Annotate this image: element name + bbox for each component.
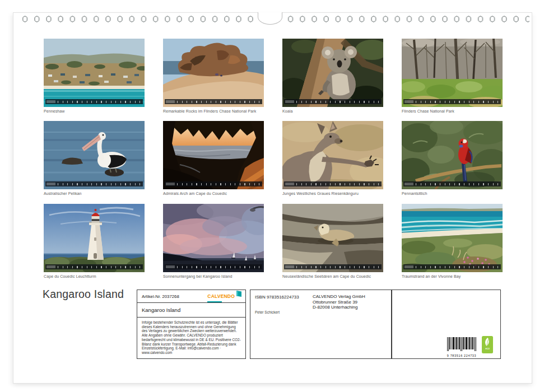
barcode-bars <box>447 337 476 351</box>
photo-caption: Admirals Arch am Cape du Couedic <box>163 192 264 195</box>
photo-caption: Remarkable Rocks im Flinders Chase Natio… <box>163 109 264 113</box>
photo-cell: Junges Westliches Graues Riesenkänguru <box>282 121 383 195</box>
photo-cell: Penneshaw <box>44 39 145 113</box>
photo-cell: Cape du Couedic Leuchtturm <box>44 204 145 278</box>
artikel-row: Artikel-Nr. 2037268 CALVENDO <box>137 290 245 303</box>
leaf-icon <box>483 337 491 347</box>
calendar-datestrip <box>403 99 501 104</box>
photo-vivonne-bay <box>402 204 503 272</box>
calendar-datestrip <box>45 181 143 186</box>
calendar-datestrip <box>284 264 382 269</box>
page-title: Kangaroo Island <box>43 288 124 301</box>
eco-label: eco <box>485 347 490 351</box>
legal-text: Infolge bestehender Schutzrechte ist es … <box>137 318 245 358</box>
calvendo-flag-icon <box>236 290 242 297</box>
box-divider <box>391 290 392 358</box>
photo-caption: Pennantsittich <box>402 192 503 195</box>
photo-koala <box>282 39 383 107</box>
product-title: Kangaroo Island <box>137 303 245 318</box>
thumb-notch <box>258 12 282 25</box>
author-name: Peter Schickert <box>255 310 280 314</box>
photo-penneshaw <box>44 39 145 107</box>
calvendo-logo: CALVENDO <box>207 290 242 302</box>
calvendo-logo-text: CALVENDO <box>207 293 235 299</box>
photo-cell: Remarkable Rocks im Flinders Chase Natio… <box>163 39 264 113</box>
calendar-datestrip <box>403 264 501 269</box>
calendar-back-page: Penneshaw Remarkable Rocks im Flinders C… <box>13 12 532 384</box>
barcode: 9 783516 224733 <box>445 337 478 357</box>
calendar-datestrip <box>45 99 143 104</box>
photo-remarkable-rocks <box>163 39 264 107</box>
product-info-box: Artikel-Nr. 2037268 CALVENDO Kangaroo Is… <box>137 290 246 359</box>
photo-cell: Pennantsittich <box>402 121 503 195</box>
photo-lighthouse <box>44 204 145 272</box>
eco-badge: eco <box>482 336 493 353</box>
publisher-info-box: ISBN 9783516224733 CALVENDO Verlag GmbH … <box>250 290 501 359</box>
photo-caption: Cape du Couedic Leuchtturm <box>44 274 145 278</box>
photo-pelican <box>44 121 145 189</box>
publisher-name: CALVENDO Verlag GmbH <box>313 294 365 300</box>
photo-cell: Koala <box>282 39 383 113</box>
photo-cell: Admirals Arch am Cape du Couedic <box>163 121 264 195</box>
calendar-datestrip <box>45 264 143 269</box>
photo-cell: Neuseeländische Seebären am Cape du Coue… <box>282 204 383 278</box>
calendar-datestrip <box>165 264 262 269</box>
photo-cell: Flinders Chase National Park <box>402 39 503 113</box>
photo-sunset <box>163 204 264 272</box>
photo-caption: Traumstrand an der Vivonne Bay <box>402 274 503 278</box>
photo-caption: Flinders Chase National Park <box>402 109 503 113</box>
photo-cell: Sonnenuntergang bei Kangaroo Island <box>163 204 264 278</box>
photo-caption: Penneshaw <box>44 109 145 113</box>
publisher-city: D-82008 Unterhaching <box>313 305 365 310</box>
spiral-binding-holes <box>19 16 257 22</box>
isbn-text: ISBN 9783516224733 <box>255 295 299 300</box>
photo-caption: Junges Westliches Graues Riesenkänguru <box>282 192 383 195</box>
photo-flinders-chase <box>402 39 503 107</box>
photo-cell: Traumstrand an der Vivonne Bay <box>402 204 503 278</box>
calendar-datestrip <box>165 181 262 186</box>
photo-rosella <box>402 121 503 189</box>
calendar-datestrip <box>284 99 382 104</box>
barcode-digits: 9 783516 224733 <box>445 354 478 357</box>
spiral-binding-holes <box>285 16 529 22</box>
photo-admirals-arch <box>163 121 264 189</box>
artikel-number: Artikel-Nr. 2037268 <box>142 294 179 299</box>
publisher-address: CALVENDO Verlag GmbH Ottobrunner Straße … <box>313 294 365 310</box>
photo-fur-seals <box>282 204 383 272</box>
calendar-datestrip <box>165 99 262 104</box>
logo-tagline-bar <box>207 301 222 302</box>
calendar-datestrip <box>284 181 382 186</box>
photo-kangaroo <box>282 121 383 189</box>
photo-caption: Australischer Pelikan <box>44 192 145 195</box>
photo-caption: Sonnenuntergang bei Kangaroo Island <box>163 274 264 278</box>
photo-cell: Australischer Pelikan <box>44 121 145 195</box>
publisher-street: Ottobrunner Straße 39 <box>313 300 365 305</box>
calendar-datestrip <box>403 181 501 186</box>
photo-caption: Neuseeländische Seebären am Cape du Coue… <box>282 274 383 278</box>
photo-caption: Koala <box>282 109 383 113</box>
